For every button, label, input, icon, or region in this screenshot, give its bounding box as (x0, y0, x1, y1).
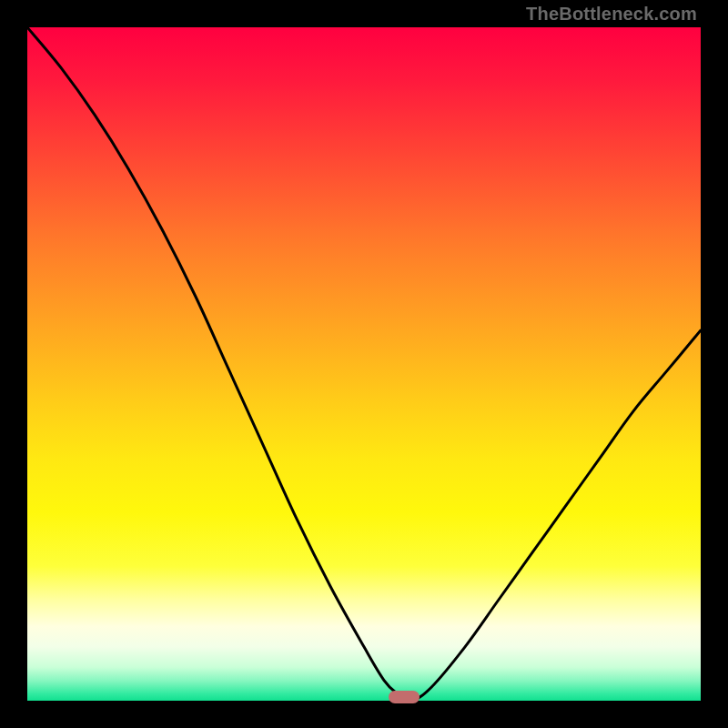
bottleneck-curve-path (27, 27, 701, 701)
optimum-marker (389, 691, 420, 703)
plot-area (27, 27, 701, 701)
curve-svg (27, 27, 701, 701)
watermark-text: TheBottleneck.com (526, 4, 697, 25)
chart-frame: TheBottleneck.com (0, 0, 728, 728)
